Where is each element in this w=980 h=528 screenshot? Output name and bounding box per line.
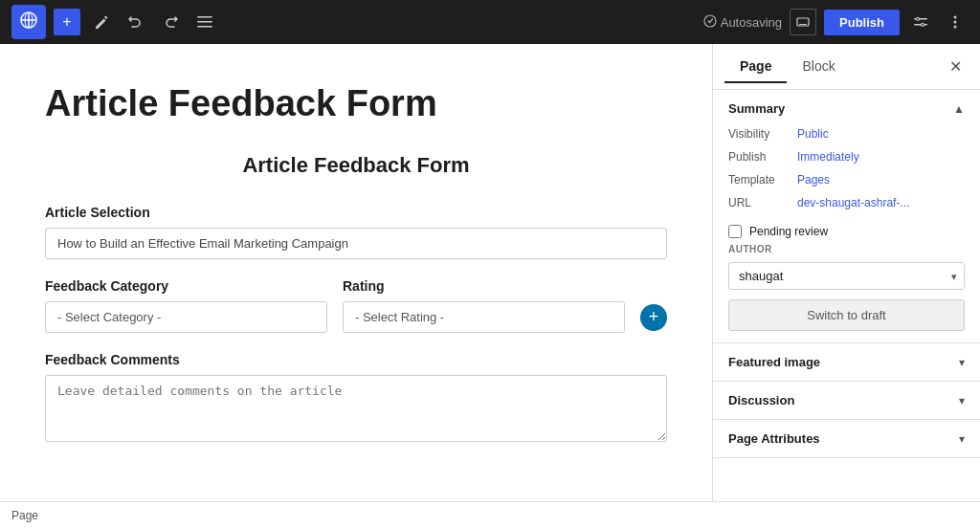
- more-options-button[interactable]: [942, 9, 969, 35]
- summary-section: Summary ▲ Visibility Public Publish Imme…: [713, 90, 980, 343]
- autosaving-icon: [703, 14, 717, 31]
- svg-point-12: [954, 16, 957, 19]
- discussion-section: Discussion ▾: [713, 382, 980, 420]
- publish-row: Publish Immediately: [728, 150, 965, 164]
- url-row: URL dev-shaugat-ashraf-...: [728, 196, 965, 209]
- feedback-comments-section: Feedback Comments: [45, 352, 667, 446]
- publish-meta-label: Publish: [728, 150, 797, 164]
- autosaving-status: Autosaving: [703, 14, 782, 31]
- feedback-comments-textarea[interactable]: [45, 375, 667, 442]
- template-label: Template: [728, 173, 797, 187]
- edit-icon-button[interactable]: [88, 9, 115, 35]
- featured-image-title: Featured image: [728, 355, 820, 369]
- sidebar-close-button[interactable]: ✕: [942, 54, 969, 80]
- page-title[interactable]: Article Feedback Form: [45, 82, 667, 126]
- page-attributes-title: Page Attributes: [728, 431, 820, 446]
- article-selection-input[interactable]: [45, 228, 667, 259]
- article-selection-label: Article Selection: [45, 205, 667, 220]
- sidebar-header: Page Block ✕: [713, 44, 980, 90]
- article-selection-section: Article Selection: [45, 205, 667, 259]
- tab-block[interactable]: Block: [787, 51, 850, 83]
- publish-value[interactable]: Immediately: [797, 150, 859, 164]
- pending-review-label: Pending review: [749, 225, 828, 238]
- svg-point-14: [954, 26, 957, 29]
- svg-point-11: [922, 23, 924, 26]
- url-label: URL: [728, 196, 797, 209]
- rating-select[interactable]: - Select Rating -: [343, 301, 625, 333]
- main-layout: Article Feedback Form Article Feedback F…: [0, 44, 980, 501]
- svg-rect-3: [197, 21, 212, 23]
- add-block-inline-button[interactable]: +: [640, 304, 667, 331]
- sidebar: Page Block ✕ Summary ▲ Visibility Public…: [712, 44, 980, 501]
- page-attributes-header[interactable]: Page Attributes ▾: [713, 420, 980, 457]
- summary-section-header[interactable]: Summary ▲: [713, 90, 980, 127]
- page-attributes-section: Page Attributes ▾: [713, 420, 980, 458]
- svg-point-13: [954, 21, 957, 24]
- switch-to-draft-button[interactable]: Switch to draft: [728, 299, 965, 331]
- feedback-comments-label: Feedback Comments: [45, 352, 667, 367]
- featured-image-header[interactable]: Featured image ▾: [713, 343, 980, 381]
- category-rating-row: Feedback Category - Select Category - Ra…: [45, 278, 667, 333]
- pending-review-row: Pending review: [728, 219, 965, 244]
- template-value[interactable]: Pages: [797, 173, 830, 187]
- pending-review-checkbox[interactable]: [728, 225, 742, 238]
- publish-button[interactable]: Publish: [824, 10, 900, 35]
- wp-logo-icon: [20, 11, 37, 33]
- undo-button[interactable]: [122, 9, 149, 35]
- svg-rect-4: [197, 26, 212, 28]
- rating-col: Rating - Select Rating -: [343, 278, 625, 333]
- author-select[interactable]: shaugat: [728, 262, 965, 290]
- settings-panel-button[interactable]: [907, 9, 934, 35]
- author-label: AUTHOR: [728, 244, 965, 254]
- feedback-category-col: Feedback Category - Select Category -: [45, 278, 327, 333]
- featured-image-section: Featured image ▾: [713, 343, 980, 382]
- visibility-label: Visibility: [728, 127, 797, 141]
- list-view-button[interactable]: [191, 9, 218, 35]
- svg-rect-7: [799, 24, 807, 25]
- summary-chevron-icon: ▲: [953, 102, 965, 116]
- summary-section-body: Visibility Public Publish Immediately Te…: [713, 127, 980, 342]
- discussion-title: Discussion: [728, 393, 794, 407]
- tab-page[interactable]: Page: [724, 51, 787, 83]
- redo-button[interactable]: [157, 9, 184, 35]
- block-title[interactable]: Article Feedback Form: [45, 153, 667, 178]
- feedback-category-label: Feedback Category: [45, 278, 327, 294]
- add-block-top-button[interactable]: +: [54, 9, 80, 35]
- url-value[interactable]: dev-shaugat-ashraf-...: [797, 196, 909, 209]
- wp-logo[interactable]: [11, 5, 46, 39]
- featured-image-chevron-icon: ▾: [959, 356, 965, 369]
- discussion-header[interactable]: Discussion ▾: [713, 382, 980, 419]
- rating-label: Rating: [343, 278, 625, 294]
- summary-title: Summary: [728, 101, 785, 116]
- preview-button[interactable]: [790, 9, 816, 35]
- svg-point-10: [917, 17, 920, 20]
- editor-area: Article Feedback Form Article Feedback F…: [0, 44, 712, 501]
- author-select-wrap: shaugat ▾: [728, 262, 965, 290]
- sidebar-tabs: Page Block: [724, 51, 942, 83]
- bottom-bar: Page: [0, 501, 980, 528]
- bottom-page-label: Page: [11, 509, 38, 522]
- category-select[interactable]: - Select Category -: [45, 301, 327, 333]
- page-attributes-chevron-icon: ▾: [959, 432, 965, 446]
- visibility-value[interactable]: Public: [797, 127, 829, 141]
- visibility-row: Visibility Public: [728, 127, 965, 141]
- top-bar: + Autosaving Publish: [0, 0, 980, 44]
- template-row: Template Pages: [728, 173, 965, 187]
- editor-content: Article Feedback Form Article Feedback F…: [45, 82, 667, 465]
- discussion-chevron-icon: ▾: [959, 394, 965, 407]
- svg-rect-2: [197, 16, 212, 18]
